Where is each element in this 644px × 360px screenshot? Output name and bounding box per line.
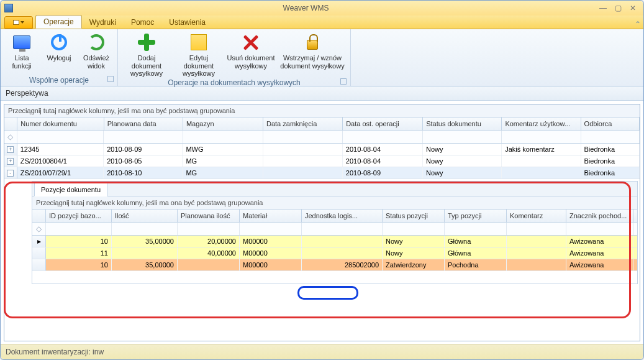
group-title-wspolne: Wspólne operacje — [4, 75, 114, 86]
cell — [178, 259, 240, 270]
detail-tab[interactable]: Pozycje dokumentu — [32, 182, 637, 196]
table-row[interactable]: ▸1035,0000020,00000M00000NowyGłównaAwizo… — [32, 236, 637, 247]
expand-icon[interactable]: - — [7, 170, 14, 177]
dcol-ilosc[interactable]: Ilość — [112, 210, 178, 222]
cell — [112, 247, 178, 259]
odswiez-button[interactable]: Odśwież widok — [79, 30, 114, 70]
cell — [263, 167, 343, 178]
ribbon-collapse-icon[interactable]: ⌃ — [632, 17, 643, 29]
table-row[interactable]: -ZS/2010/07/29/12010-08-10MG2010-08-09No… — [4, 167, 640, 179]
cell: 285002000 — [302, 259, 383, 270]
cell: Biedronka — [581, 155, 640, 167]
cell: M00000 — [240, 247, 302, 259]
col-komentarz[interactable]: Komentarz użytkow... — [502, 118, 581, 130]
minimize-button[interactable]: — — [596, 3, 610, 13]
plus-icon — [138, 34, 155, 51]
group-by-bar[interactable]: Przeciągnij tutaj nagłówek kolumny, jeśl… — [4, 104, 640, 118]
cell: ZS/2010/07/29/1 — [17, 167, 104, 178]
dcol-status[interactable]: Status pozycji — [383, 210, 445, 222]
lista-funkcji-button[interactable]: Lista funkcji — [4, 30, 39, 70]
cell: 10 — [46, 259, 112, 270]
cell: 2010-08-10 — [104, 167, 183, 178]
expand-icon[interactable]: + — [7, 158, 14, 165]
cell: Zatwierdzony — [383, 259, 445, 270]
window-title: Weaver WMS — [17, 4, 595, 12]
table-row[interactable]: +123452010-08-09MWG2010-08-04NowyJakiś k… — [4, 144, 640, 155]
cell: ZS/20100804/1 — [17, 155, 104, 167]
table-row[interactable]: 1140,00000M00000NowyGłównaAwizowana — [32, 247, 637, 259]
cell: 2010-08-09 — [104, 144, 183, 155]
file-menu-tab[interactable] — [4, 16, 33, 29]
col-status[interactable]: Status dokumentu — [423, 118, 502, 130]
col-zamkniecia[interactable]: Data zamknięcia — [263, 118, 343, 130]
edytuj-dokument-button[interactable]: Edytuj dokument wysyłkowy — [174, 30, 224, 78]
dcol-material[interactable]: Materiał — [240, 210, 302, 222]
cell: Biedronka — [581, 144, 640, 155]
group-title-operacje: Operacje na dokumentach wysyłkowych — [122, 78, 347, 88]
table-row[interactable]: 1035,00000M00000285002000ZatwierdzonyPoc… — [32, 259, 637, 271]
close-button[interactable]: ✕ — [626, 3, 640, 13]
dcol-id[interactable]: ID pozycji bazo... — [46, 210, 112, 222]
col-ost-operacji[interactable]: Data ost. operacji — [343, 118, 423, 130]
filter-icon: ◇ — [4, 131, 17, 143]
usun-dokument-button[interactable]: Usuń dokument wysyłkowy — [226, 30, 276, 70]
dcol-planowana[interactable]: Planowana ilość — [178, 210, 240, 222]
titlebar: Weaver WMS — ▢ ✕ — [1, 1, 643, 16]
cell: 35,00000 — [112, 236, 178, 247]
lock-icon — [307, 40, 318, 50]
cell: Jakiś komentarz — [502, 144, 581, 155]
tab-ustawienia[interactable]: Ustawienia — [161, 16, 213, 29]
col-magazyn[interactable]: Magazyn — [183, 118, 263, 130]
detail-tab-label: Pozycje dokumentu — [34, 183, 107, 196]
cell: MWG — [183, 144, 263, 155]
group-launcher-icon[interactable] — [340, 78, 347, 85]
refresh-icon — [88, 34, 104, 50]
tab-operacje[interactable]: Operacje — [35, 15, 82, 29]
cell: Awizowana — [566, 247, 633, 259]
expand-icon[interactable]: + — [7, 146, 14, 153]
cell: 35,00000 — [112, 259, 178, 270]
cell: Główna — [445, 247, 507, 259]
col-odbiorca[interactable]: Odbiorca — [581, 118, 640, 130]
tab-wydruki[interactable]: Wydruki — [82, 16, 124, 29]
cell: Biedronka — [581, 167, 640, 178]
dcol-jednostka[interactable]: Jednostka logis... — [302, 210, 383, 222]
cell — [263, 144, 343, 155]
main-grid: Przeciągnij tutaj nagłówek kolumny, jeśl… — [4, 104, 640, 341]
dcol-komentarz[interactable]: Komentarz — [507, 210, 566, 222]
cell: Nowy — [383, 236, 445, 247]
filter-row[interactable]: ◇ — [4, 131, 640, 144]
cell: Nowy — [423, 167, 502, 178]
table-row[interactable]: +ZS/20100804/12010-08-05MG2010-08-04Nowy… — [4, 155, 640, 167]
detail-filter-row[interactable]: ◇ — [32, 223, 637, 236]
col-numer[interactable]: Numer dokumentu — [17, 118, 104, 130]
cell: Awizowana — [566, 236, 633, 247]
row-indicator — [32, 259, 46, 270]
maximize-button[interactable]: ▢ — [611, 3, 625, 13]
col-planowana[interactable]: Planowana data — [104, 118, 183, 130]
delete-icon — [243, 34, 259, 50]
statusbar: Dokument inwentaryzacji: inw — [1, 344, 643, 359]
wstrzymaj-dokument-button[interactable]: Wstrzymaj / wznów dokument wysyłkowy — [278, 30, 347, 70]
cell: Awizowana — [566, 259, 633, 270]
tab-pomoc[interactable]: Pomoc — [124, 16, 161, 29]
cell: Nowy — [423, 144, 502, 155]
row-indicator — [32, 247, 46, 259]
detail-panel: Pozycje dokumentu Przeciągnij tutaj nagł… — [32, 181, 638, 284]
cell: 2010-08-09 — [343, 167, 423, 178]
group-launcher-icon[interactable] — [107, 76, 114, 82]
cell: MG — [183, 167, 263, 178]
cell: 2010-08-04 — [343, 144, 423, 155]
cell — [302, 247, 383, 259]
monitor-icon — [13, 35, 30, 49]
wyloguj-button[interactable]: Wyloguj — [42, 30, 76, 62]
ribbon-tabs: Operacje Wydruki Pomoc Ustawienia ⌃ — [1, 16, 643, 29]
dcol-typ[interactable]: Typ pozycji — [445, 210, 507, 222]
cell: 10 — [46, 236, 112, 247]
detail-group-bar[interactable]: Przeciągnij tutaj nagłówek kolumny, jeśl… — [32, 196, 637, 210]
edit-icon — [191, 34, 207, 50]
dcol-znacznik[interactable]: Znacznik pochod... — [566, 210, 633, 222]
cell — [507, 259, 566, 270]
cell: Nowy — [383, 247, 445, 259]
dodaj-dokument-button[interactable]: Dodaj dokument wysyłkowy — [122, 30, 171, 78]
